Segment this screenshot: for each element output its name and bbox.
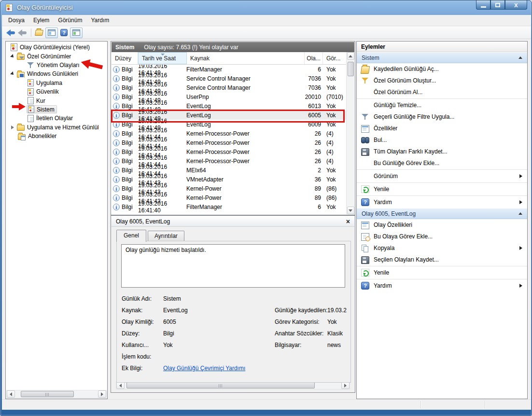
column-duzey[interactable]: Düzey — [112, 52, 138, 64]
action-refresh[interactable]: Yenile — [357, 183, 527, 195]
event-log-icon — [28, 88, 34, 96]
menu-yardim[interactable]: Yardım — [86, 15, 113, 25]
action-help-event[interactable]: Yardım — [357, 280, 527, 291]
close-icon: x — [514, 1, 518, 8]
tree-horizontal-scrollbar[interactable] — [6, 390, 107, 398]
menu-eylem[interactable]: Eylem — [29, 15, 54, 25]
action-copy[interactable]: Kopyala — [357, 242, 527, 254]
field-gunluk-adi: Günlük Adı:Sistem — [122, 295, 181, 302]
details-content: Olay günlüğü hizmeti başlatıldı. Günlük … — [116, 241, 351, 383]
save-icon — [361, 148, 369, 156]
blank-icon — [361, 101, 369, 109]
action-refresh-event[interactable]: Yenile — [357, 267, 527, 278]
funnel-icon — [361, 77, 369, 84]
properties-icon — [361, 125, 369, 133]
event-log-icon — [28, 79, 34, 86]
field-bilgisayar: Bilgisayar:news — [275, 342, 341, 348]
scroll-left-icon[interactable] — [116, 382, 125, 389]
column-gorev-kategorisi[interactable]: Gör... — [323, 52, 347, 64]
forward-icon[interactable] — [18, 29, 27, 36]
column-tarih-ve-saat[interactable]: Tarih ve Saat — [138, 52, 187, 64]
details-title: Olay 6005, EventLog — [116, 218, 346, 225]
action-view[interactable]: Görünüm — [357, 170, 527, 182]
event-log-icon — [28, 106, 34, 113]
info-icon — [113, 75, 120, 82]
close-details-icon[interactable]: × — [346, 218, 350, 225]
tree-item-uygulama[interactable]: Uygulama — [6, 79, 98, 87]
action-filter-current-log[interactable]: Geçerli Günlüğe Filtre Uygula... — [357, 111, 527, 123]
action-pane-toggle-button[interactable] — [70, 28, 83, 38]
submenu-arrow-icon — [519, 246, 522, 250]
field-olay-kimligi: Olay Kimliği:6005 — [122, 319, 176, 325]
menu-dosya[interactable]: Dosya — [4, 15, 29, 25]
tab-ayrintilar[interactable]: Ayrıntılar — [148, 231, 184, 241]
event-viewer-icon — [11, 43, 17, 51]
close-button[interactable]: x — [505, 0, 527, 10]
status-separator — [420, 401, 421, 408]
menu-gorunum[interactable]: Görünüm — [54, 15, 86, 25]
tree-item-root[interactable]: Olay Görüntüleyicisi (Yerel) — [6, 43, 98, 52]
tree-item-guvenlik[interactable]: Güvenlik — [6, 87, 98, 96]
scroll-up-icon[interactable] — [347, 52, 354, 60]
action-attach-task-to-event[interactable]: Bu Olaya Görev Ekle... — [357, 231, 527, 242]
action-event-properties[interactable]: Olay Özellikleri — [357, 219, 527, 231]
tree-item-abonelikler[interactable]: Abonelikler — [6, 132, 98, 140]
collapse-icon[interactable] — [518, 56, 522, 59]
task-clock-icon — [361, 233, 369, 241]
scroll-thumb[interactable] — [21, 391, 74, 397]
maximize-button[interactable] — [490, 0, 505, 10]
action-save-selected-events[interactable]: Seçilen Olayları Kaydet... — [357, 254, 527, 265]
scroll-thumb[interactable] — [126, 382, 315, 388]
help-icon[interactable] — [60, 29, 68, 36]
scroll-left-icon[interactable] — [7, 390, 15, 398]
actions-section-olay-6005[interactable]: Olay 6005, EventLog — [357, 208, 527, 219]
table-row[interactable]: Bilgi19.03.2016 16:41:40FilterManager6Yo… — [112, 202, 346, 211]
tree-item-iletilen-olaylar[interactable]: İletilen Olaylar — [6, 114, 98, 123]
action-help[interactable]: Yardım — [357, 196, 527, 208]
actions-section-sistem[interactable]: Sistem — [357, 52, 527, 63]
properties-icon — [361, 222, 369, 229]
open-saved-log-icon[interactable] — [35, 30, 43, 36]
action-open-saved-log[interactable]: Kaydedilen Günlüğü Aç... — [357, 63, 527, 75]
console-tree-icon — [48, 29, 56, 36]
action-find[interactable]: Bul... — [357, 134, 527, 146]
action-clear-log[interactable]: Günlüğü Temizle... — [357, 99, 527, 111]
titlebar[interactable]: Olay Görüntüleyicisi x — [0, 0, 532, 15]
field-anahtar-sozcukler: Anahtar Sözcükler:Klasik — [275, 330, 343, 337]
minimize-icon — [481, 6, 486, 8]
action-save-all-events[interactable]: Tüm Olayları Farklı Kaydet... — [357, 146, 527, 157]
column-kaynak[interactable]: Kaynak — [187, 52, 305, 64]
scroll-right-icon[interactable] — [98, 390, 106, 398]
expander-icon[interactable] — [10, 54, 15, 59]
list-vertical-scrollbar[interactable] — [346, 52, 354, 214]
tab-genel[interactable]: Genel — [116, 230, 146, 242]
refresh-icon — [361, 185, 369, 193]
event-message[interactable]: Olay günlüğü hizmeti başlatıldı. — [121, 244, 345, 288]
tree-item-windows-gunlukleri[interactable]: Windows Günlükleri — [6, 69, 98, 78]
annotation-highlight-box — [111, 110, 345, 123]
column-olay-kimligi[interactable]: Ola... — [305, 52, 323, 64]
subscriptions-icon — [18, 134, 26, 140]
help-icon — [361, 198, 369, 206]
scroll-right-icon[interactable] — [341, 382, 350, 389]
expander-icon[interactable] — [11, 125, 14, 129]
separator — [357, 169, 527, 170]
console-tree-toggle-button[interactable] — [45, 28, 58, 38]
back-icon[interactable] — [6, 29, 15, 36]
tree-item-uygulama-ve-hizmet[interactable]: Uygulama ve Hizmet Günlükleri — [6, 123, 98, 132]
minimize-button[interactable] — [476, 0, 490, 10]
action-properties[interactable]: Özellikler — [357, 123, 527, 134]
binoculars-icon — [361, 136, 369, 144]
scroll-thumb[interactable] — [348, 62, 354, 76]
action-attach-task-to-log[interactable]: Bu Günlüğe Görev Ekle... — [357, 157, 527, 169]
info-icon — [113, 176, 120, 183]
expander-icon[interactable] — [10, 71, 15, 76]
folder-icon — [17, 125, 25, 131]
info-icon — [113, 66, 120, 73]
online-help-link[interactable]: Olay Günlüğü Çevrimiçi Yardımı — [163, 365, 245, 372]
scroll-down-icon[interactable] — [347, 207, 354, 214]
action-import-custom-view[interactable]: Özel Görünüm Al... — [357, 86, 527, 98]
collapse-icon[interactable] — [518, 212, 522, 215]
action-create-custom-view[interactable]: Özel Görünüm Oluştur... — [357, 75, 527, 86]
info-icon — [113, 185, 120, 192]
